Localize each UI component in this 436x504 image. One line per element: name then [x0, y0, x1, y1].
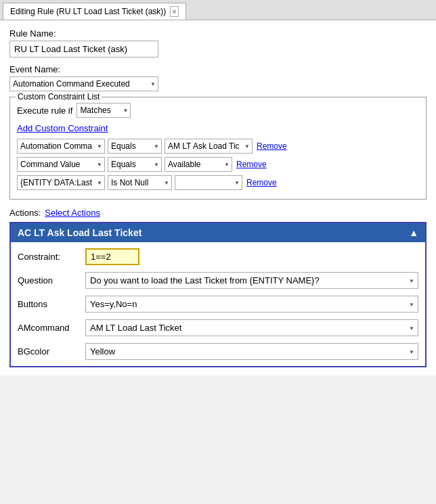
constraint-row: Automation Command Name Equals AM LT Ask… [17, 139, 419, 154]
action-body: Constraint: Question Do you want to load… [11, 242, 425, 366]
action-amcommand-row: AMcommand AM LT Load Last Ticket [11, 316, 425, 340]
bgcolor-label: BGcolor [18, 346, 49, 357]
execute-rule-select[interactable]: Matches [77, 103, 131, 118]
constraint-row: Command Value Equals Available Remove [17, 157, 419, 172]
action-question-row: Question Do you want to load the Last Ti… [11, 269, 425, 292]
amcommand-label: AMcommand [18, 323, 70, 333]
rule-name-input[interactable] [9, 41, 158, 58]
question-label: Question [18, 275, 53, 285]
actions-label: Actions: [9, 208, 41, 218]
select-actions-link[interactable]: Select Actions [45, 208, 100, 218]
action-block: AC LT Ask Load Last Ticket ▲ Constraint:… [9, 222, 427, 367]
constraint-operator-select-3[interactable]: Is Not Null [108, 175, 172, 190]
constraint-row: {ENTITY DATA:LastTicketId} Is Not Null R… [17, 175, 419, 190]
action-bgcolor-row: BGcolor Yellow [11, 340, 425, 363]
tab-label: Editing Rule (RU LT Load Last Ticket (as… [10, 7, 166, 16]
constraint-operator-select-2[interactable]: Equals [108, 157, 162, 172]
collapse-icon[interactable]: ▲ [409, 227, 418, 238]
constraint-remove-link-1[interactable]: Remove [257, 141, 287, 151]
constraint-value-select-2[interactable]: Available [165, 157, 232, 172]
constraint-remove-link-3[interactable]: Remove [246, 178, 277, 187]
constraint-field-select-3[interactable]: {ENTITY DATA:LastTicketId} [17, 175, 105, 190]
tab-close-icon[interactable]: × [170, 6, 178, 17]
action-title: AC LT Ask Load Last Ticket [18, 227, 141, 238]
constraint-value-select-3[interactable] [175, 175, 242, 190]
event-name-select[interactable]: Automation Command Executed [9, 76, 158, 91]
constraint-value-input[interactable] [85, 248, 139, 265]
constraint-field-select-2[interactable]: Command Value [17, 157, 105, 172]
actions-row: Actions: Select Actions [9, 208, 427, 218]
action-constraint-row: Constraint: [11, 245, 425, 269]
execute-rule-label: Execute rule if [17, 106, 72, 116]
event-name-label: Event Name: [9, 64, 427, 74]
execute-row: Execute rule if Matches [17, 103, 419, 118]
tab-bar: Editing Rule (RU LT Load Last Ticket (as… [0, 0, 436, 20]
constraint-operator-select-1[interactable]: Equals [108, 139, 162, 154]
constraint-field-select-1[interactable]: Automation Command Name [17, 139, 105, 154]
constraint-remove-link-2[interactable]: Remove [236, 160, 267, 169]
tab-item[interactable]: Editing Rule (RU LT Load Last Ticket (as… [3, 3, 186, 20]
constraint-box: Custom Constraint List Execute rule if M… [9, 97, 427, 200]
amcommand-select[interactable]: AM LT Load Last Ticket [85, 319, 418, 336]
bgcolor-select[interactable]: Yellow [85, 343, 418, 360]
buttons-select[interactable]: Yes=y,No=n [85, 296, 418, 313]
action-buttons-row: Buttons Yes=y,No=n [11, 292, 425, 316]
action-header: AC LT Ask Load Last Ticket ▲ [11, 223, 425, 242]
question-select[interactable]: Do you want to load the Last Ticket from… [85, 272, 418, 289]
constraint-value-select-1[interactable]: AM LT Ask Load Ticket [165, 139, 253, 154]
add-custom-constraint-link[interactable]: Add Custom Constraint [17, 123, 419, 133]
constraint-row-label: Constraint: [18, 252, 60, 262]
buttons-label: Buttons [18, 299, 47, 309]
constraint-box-title: Custom Constraint List [16, 92, 102, 101]
rule-name-label: Rule Name: [9, 28, 427, 39]
